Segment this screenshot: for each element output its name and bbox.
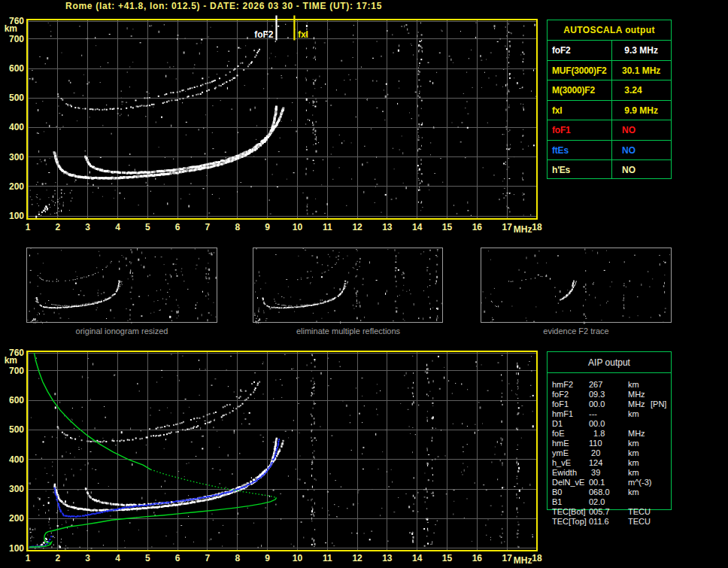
svg-text:4: 4 — [115, 222, 120, 232]
aip-param-value: 110 — [589, 439, 602, 448]
svg-text:15: 15 — [442, 553, 453, 563]
ionogram-plot-bottom: 760700600500400300200100km12345678910111… — [5, 348, 542, 566]
svg-text:10: 10 — [293, 553, 303, 563]
aip-param-value: 20 — [589, 448, 600, 458]
svg-text:16: 16 — [472, 222, 483, 232]
svg-text:3: 3 — [85, 222, 90, 232]
svg-text:1: 1 — [26, 222, 31, 232]
marker-line-fxI — [293, 16, 295, 41]
svg-text:6: 6 — [175, 553, 180, 563]
aip-param-value: 011.6 — [589, 517, 609, 527]
aip-row-hve: h_vE124km — [548, 458, 671, 468]
aip-param-label: foF1 — [552, 399, 569, 409]
aip-row-fof1: foF100.0MHz[PN] — [548, 399, 671, 409]
svg-text:11: 11 — [323, 553, 332, 563]
svg-text:200: 200 — [9, 181, 24, 192]
autoscala-row-hes: h'EsNO — [548, 159, 671, 181]
svg-text:8: 8 — [235, 222, 240, 232]
autoscala-row-fof2: foF2 9.3 MHz — [548, 40, 671, 61]
autoscala-param-label: fxI — [552, 101, 562, 121]
autoscala-param-label: ftEs — [552, 141, 569, 161]
aip-param-value: 1.8 — [589, 429, 605, 439]
aip-param-value: --- — [589, 409, 597, 419]
svg-text:600: 600 — [9, 63, 24, 74]
svg-text:17: 17 — [502, 553, 512, 563]
svg-text:500: 500 — [9, 93, 24, 103]
autoscala-row-muf3000f2: MUF(3000)F230.1 MHz — [548, 60, 671, 81]
svg-text:8: 8 — [235, 553, 240, 563]
svg-text:7: 7 — [205, 553, 211, 563]
svg-text:5: 5 — [145, 553, 150, 563]
aip-param-label: DelN_vE — [552, 478, 584, 488]
aip-param-value: 068.0 — [589, 488, 610, 497]
aip-param-label: D1 — [552, 419, 563, 429]
thumbnail-3 — [481, 248, 672, 324]
aip-param-value: 39 — [589, 468, 600, 478]
aip-param-unit: TECU — [628, 507, 651, 517]
svg-text:4: 4 — [115, 553, 120, 563]
svg-text:300: 300 — [9, 484, 24, 494]
aip-output-table: AIP output hmF2267kmfoF209.3MHzfoF100.0M… — [547, 351, 672, 510]
aip-row-tecbot: TEC[Bot]005.7TECU — [548, 507, 671, 517]
svg-text:700: 700 — [9, 34, 24, 44]
svg-text:6: 6 — [175, 222, 180, 232]
aip-row-hmf1: hmF1---km — [548, 409, 671, 419]
aip-param-unit: km — [628, 380, 639, 390]
marker-line-foF2 — [275, 16, 277, 41]
svg-text:13: 13 — [382, 553, 393, 563]
aip-param-note: [PN] — [651, 399, 666, 409]
svg-text:2: 2 — [55, 553, 60, 563]
autoscala-param-label: MUF(3000)F2 — [552, 61, 606, 81]
svg-text:400: 400 — [9, 122, 24, 132]
svg-text:km: km — [5, 355, 17, 366]
autoscala-row-fxi: fxI 9.9 MHz — [548, 100, 671, 121]
aip-param-value: 005.7 — [589, 507, 610, 517]
aip-param-unit: km — [628, 409, 639, 419]
svg-text:18: 18 — [532, 222, 542, 232]
page-title: Rome (lat: +41.8, lon: 012.5) - DATE: 20… — [65, 1, 382, 11]
svg-text:14: 14 — [412, 222, 423, 232]
autoscala-param-label: foF1 — [552, 120, 571, 141]
aip-param-label: TEC[Top] — [552, 517, 587, 527]
svg-text:13: 13 — [382, 222, 393, 232]
svg-text:18: 18 — [532, 553, 542, 563]
svg-text:100: 100 — [9, 543, 24, 554]
aip-param-unit: MHz — [628, 429, 645, 439]
autoscala-param-value: 9.9 MHz — [622, 101, 658, 121]
svg-text:17: 17 — [502, 222, 512, 232]
autoscala-param-label: foF2 — [552, 41, 571, 61]
aip-param-unit: km — [628, 448, 639, 458]
aip-param-unit: m^(-3) — [628, 478, 651, 488]
svg-text:400: 400 — [9, 454, 24, 465]
autoscala-row-ftes: ftEsNO — [548, 140, 671, 161]
aip-param-unit: MHz — [628, 390, 645, 399]
autoscala-param-label: M(3000)F2 — [552, 80, 595, 101]
svg-text:12: 12 — [352, 553, 362, 563]
svg-text:MHz: MHz — [514, 555, 532, 566]
svg-text:MHz: MHz — [514, 224, 532, 235]
svg-text:10: 10 — [293, 222, 303, 232]
aip-row-fof2: foF209.3MHz — [548, 390, 671, 399]
marker-label-fxI: fxI — [298, 29, 308, 40]
aip-param-unit: km — [628, 458, 639, 468]
svg-text:11: 11 — [323, 222, 332, 232]
svg-text:3: 3 — [85, 553, 90, 563]
aip-param-label: h_vE — [552, 458, 571, 468]
svg-text:9: 9 — [265, 222, 270, 232]
svg-text:700: 700 — [9, 366, 24, 376]
thumbnail-caption-2: eliminate multiple reflections — [250, 327, 446, 336]
aip-param-unit: TECU — [628, 517, 651, 527]
aip-param-value: 267 — [589, 380, 602, 390]
ionogram-plot-top: foF2fxI760700600500400300200100km1234567… — [5, 16, 542, 235]
aip-param-label: B1 — [552, 497, 562, 507]
svg-text:600: 600 — [9, 395, 24, 405]
autoscala-row-m3000f2: M(3000)F2 3.24 — [548, 80, 671, 101]
aip-row-b1: B102.0 — [548, 497, 671, 507]
aip-param-value: 124 — [589, 458, 602, 468]
thumbnail-2 — [253, 248, 443, 323]
autoscala-param-value: NO — [622, 160, 635, 181]
svg-text:7: 7 — [205, 222, 211, 232]
thumbnail-caption-1: original ionogram resized — [24, 327, 220, 336]
svg-text:500: 500 — [9, 424, 24, 435]
aip-row-d1: D100.0 — [548, 419, 671, 429]
